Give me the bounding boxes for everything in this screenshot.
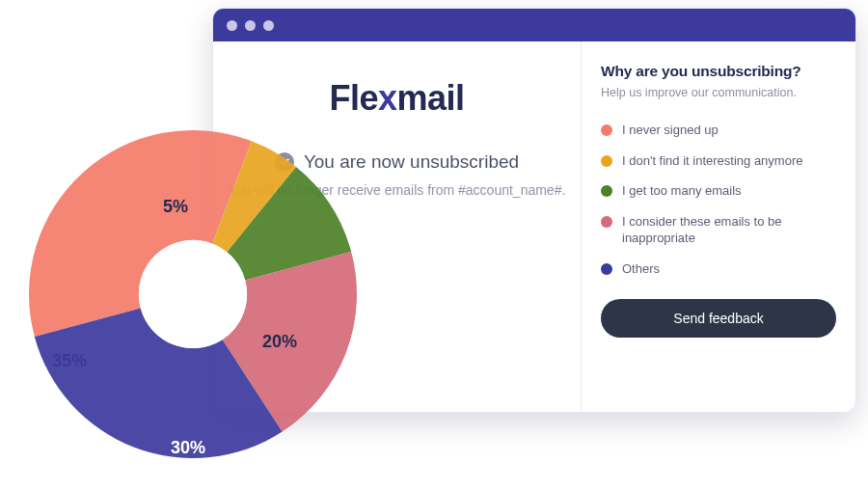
option-label: I consider these emails to be inappropri…: [622, 213, 836, 247]
window-control-dot[interactable]: [245, 20, 256, 31]
option-bullet-icon: [601, 216, 612, 228]
unsubscribe-reasons-chart: 35%5%10%20%30%: [0, 116, 386, 490]
feedback-options: I never signed upI don't find it interes…: [601, 115, 836, 284]
logo-text-pre: Fle: [329, 78, 378, 119]
send-feedback-button[interactable]: Send feedback: [601, 299, 836, 338]
panel-help: Help us improve our communication.: [601, 86, 836, 99]
logo-text-x: x: [378, 78, 397, 119]
logo-text-post: mail: [397, 78, 465, 119]
feedback-option[interactable]: I never signed up: [601, 115, 836, 146]
window-titlebar: [213, 9, 855, 41]
chart-slice-label: 30%: [171, 438, 205, 457]
window-control-dot[interactable]: [227, 20, 237, 31]
option-bullet-icon: [601, 185, 612, 197]
option-bullet-icon: [601, 263, 612, 275]
window-control-dot[interactable]: [263, 20, 274, 31]
feedback-option[interactable]: Others: [601, 254, 836, 285]
option-bullet-icon: [601, 155, 612, 167]
option-label: I don't find it interesting anymore: [622, 152, 802, 170]
feedback-option[interactable]: I get too many emails: [601, 176, 836, 206]
chart-slice-label: 5%: [163, 197, 188, 216]
feedback-option[interactable]: I don't find it interesting anymore: [601, 146, 836, 177]
option-label: Others: [622, 260, 660, 278]
chart-inner-hole: [139, 240, 247, 348]
panel-title: Why are you unsubscribing?: [601, 63, 836, 80]
option-label: I never signed up: [622, 122, 719, 139]
feedback-panel: Why are you unsubscribing? Help us impro…: [581, 41, 855, 412]
brand-logo: Flexmail: [329, 78, 464, 119]
feedback-option[interactable]: I consider these emails to be inappropri…: [601, 206, 836, 254]
option-bullet-icon: [601, 124, 612, 136]
option-label: I get too many emails: [622, 182, 742, 200]
chart-slice-label: 20%: [262, 332, 297, 351]
